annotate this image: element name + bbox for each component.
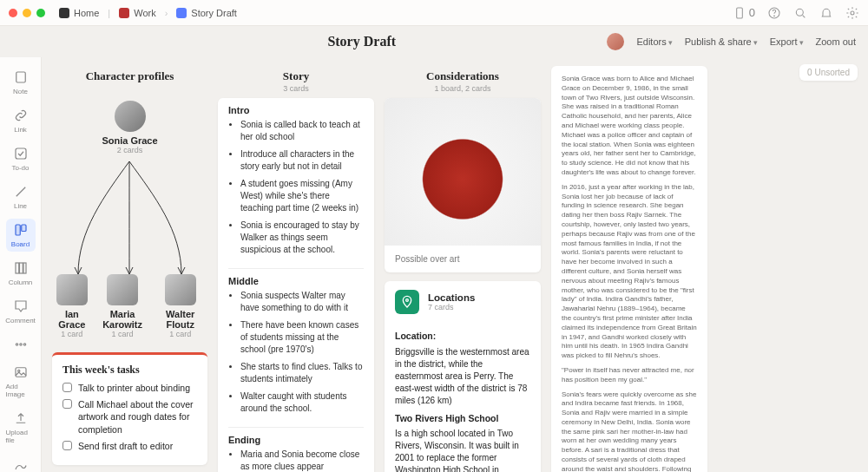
svg-rect-15 — [16, 368, 26, 377]
story-card[interactable]: Intro Sonia is called back to teach at h… — [218, 98, 374, 472]
window-controls[interactable] — [9, 9, 45, 17]
tool-draw[interactable]: Draw — [6, 453, 36, 472]
consider-card[interactable]: Possible over art — [385, 98, 541, 272]
export-menu[interactable]: Export▾ — [770, 36, 804, 47]
crumb-work[interactable]: Work — [115, 6, 159, 20]
search-icon[interactable] — [793, 6, 807, 20]
profiles-tree[interactable]: Sonia Grace 2 cards Ian Grace1 card Mari… — [52, 83, 207, 344]
pin-icon — [395, 290, 419, 314]
avatar-sonia[interactable] — [115, 101, 146, 132]
tasks-card[interactable]: This week's tasks Talk to printer about … — [52, 352, 207, 465]
svg-point-3 — [796, 9, 803, 16]
crumb-home[interactable]: Home — [56, 6, 102, 20]
unsorted-badge[interactable]: 0 Unsorted — [799, 64, 858, 81]
avatar[interactable] — [607, 33, 624, 50]
svg-rect-10 — [19, 263, 23, 273]
tool-comment[interactable]: Comment — [6, 295, 36, 328]
child-maria[interactable]: Maria Karowitz1 card — [92, 274, 154, 338]
note-sonia[interactable]: Sonia Grace was born to Alice and Michae… — [551, 66, 707, 472]
consider-title: Considerations — [385, 66, 541, 83]
tool-line[interactable]: Line — [6, 180, 36, 213]
svg-rect-9 — [16, 263, 19, 273]
locations-card[interactable]: Locations7 cards Location: Briggsville i… — [385, 281, 541, 472]
checkbox[interactable] — [62, 399, 72, 409]
checkbox[interactable] — [62, 441, 72, 450]
gear-icon[interactable] — [845, 6, 859, 20]
device-badge[interactable]: 0 — [733, 6, 755, 20]
svg-rect-5 — [16, 72, 25, 82]
tool-note[interactable]: Note — [6, 66, 36, 99]
svg-rect-11 — [23, 263, 26, 273]
svg-point-4 — [851, 11, 854, 15]
profiles-title: Character profiles — [52, 66, 207, 83]
tool-column[interactable]: Column — [6, 257, 36, 290]
crumb-doc[interactable]: Story Draft — [173, 6, 240, 20]
publish-menu[interactable]: Publish & share▾ — [685, 36, 758, 47]
tool-todo[interactable]: To-do — [6, 142, 36, 175]
story-title: Story — [218, 66, 374, 83]
page-title: Story Draft — [116, 34, 607, 49]
child-ian[interactable]: Ian Grace1 card — [52, 274, 92, 338]
svg-rect-0 — [736, 8, 742, 18]
svg-rect-8 — [21, 225, 25, 232]
tool-add-image[interactable]: Add Image — [6, 361, 36, 402]
svg-rect-6 — [16, 148, 26, 159]
checkbox[interactable] — [62, 383, 72, 392]
svg-point-17 — [406, 299, 409, 302]
zoom-out-button[interactable]: Zoom out — [816, 36, 856, 47]
svg-point-13 — [19, 344, 21, 345]
editors-menu[interactable]: Editors▾ — [636, 36, 672, 47]
tool-more[interactable] — [6, 333, 36, 356]
svg-point-14 — [23, 344, 25, 345]
tool-board[interactable]: Board — [6, 219, 36, 252]
tool-link[interactable]: Link — [6, 104, 36, 137]
artwork-image — [385, 98, 541, 246]
tool-rail: Note Link To-do Line Board Column Commen… — [0, 57, 42, 472]
tool-upload[interactable]: Upload file — [6, 407, 36, 448]
svg-rect-7 — [16, 225, 20, 235]
svg-point-12 — [16, 344, 17, 345]
help-icon[interactable] — [767, 6, 781, 20]
bell-icon[interactable] — [819, 6, 833, 20]
child-walter[interactable]: Walter Floutz1 card — [153, 274, 207, 338]
svg-point-2 — [774, 15, 775, 16]
